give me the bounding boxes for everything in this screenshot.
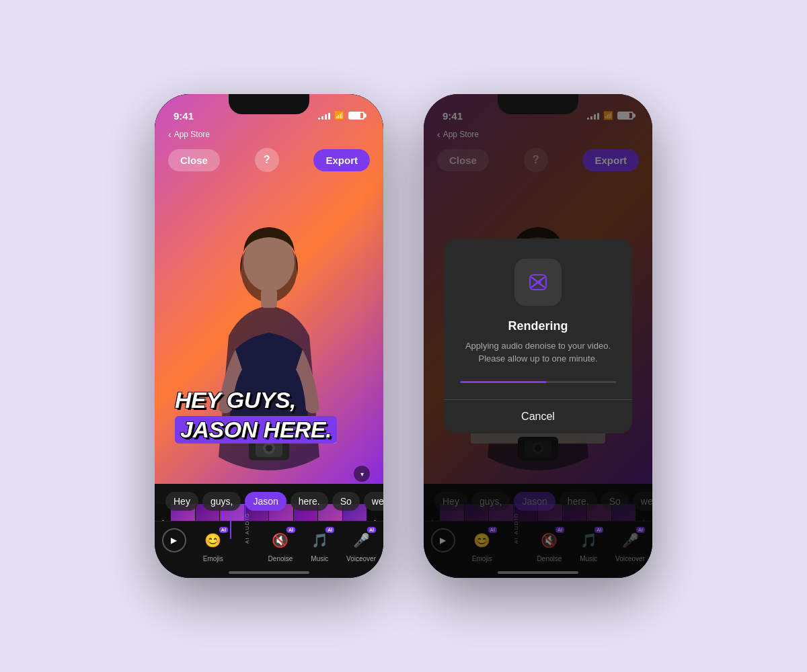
word-chip-we[interactable]: we xyxy=(364,492,383,511)
denoise-rendering-icon xyxy=(527,271,549,294)
ai-badge-denoise-left: AI xyxy=(286,527,295,533)
phone-left-screen: 9:41 📶 ‹ Ap xyxy=(155,94,383,578)
signal-icon xyxy=(318,112,330,120)
emojis-label-left: Emojis xyxy=(203,555,223,562)
music-label-left: Music xyxy=(311,555,328,562)
status-icons-left: 📶 xyxy=(318,111,364,120)
carrier-back-left[interactable]: ‹ App Store xyxy=(168,129,210,140)
denoise-icon-left: 🔇 AI xyxy=(268,528,293,552)
caption-overlay-left: HEY GUYS, JASON HERE. xyxy=(175,388,337,444)
rendering-overlay: Rendering Applying audio denoise to your… xyxy=(424,94,652,578)
ai-badge-emojis-left: AI xyxy=(219,527,228,533)
word-chip-here[interactable]: here. xyxy=(291,492,328,511)
home-indicator-left xyxy=(229,571,309,574)
voiceover-label-left: Voiceover xyxy=(346,555,376,562)
scroll-indicator-left[interactable]: ▾ xyxy=(354,466,370,482)
ai-badge-voiceover-left: AI xyxy=(367,527,376,533)
battery-icon xyxy=(348,112,364,120)
voiceover-icon-left: 🎤 AI xyxy=(349,528,373,552)
caption-line2: JASON HERE. xyxy=(175,416,337,444)
denoise-label-left: Denoise xyxy=(268,555,293,562)
toolbar-play-left[interactable]: ▶ xyxy=(162,528,186,552)
svg-rect-2 xyxy=(261,289,277,308)
word-chip-hey[interactable]: Hey xyxy=(165,492,198,511)
close-button-left[interactable]: Close xyxy=(168,149,220,171)
toolbar-voiceover-left[interactable]: 🎤 AI Voiceover xyxy=(346,528,376,562)
play-icon-left: ▶ xyxy=(162,528,186,552)
phone-right-screen: 9:41 📶 ‹ Ap xyxy=(424,94,652,578)
emojis-icon-left: 😊 AI xyxy=(201,528,225,552)
music-icon-left: 🎵 AI xyxy=(307,528,332,552)
carrier-bar-left: ‹ App Store xyxy=(155,126,383,142)
ai-badge-music-left: AI xyxy=(325,527,334,533)
play-button-left[interactable]: ▶ xyxy=(162,528,186,552)
phone-left: 9:41 📶 ‹ Ap xyxy=(155,94,383,578)
caption-line1: HEY GUYS, xyxy=(175,388,337,413)
rendering-subtitle-text: Applying audio denoise to your video.Ple… xyxy=(465,341,611,363)
toolbar-music-left[interactable]: 🎵 AI Music xyxy=(307,528,332,562)
rendering-progress-bar xyxy=(460,381,616,383)
word-chips-left: Hey guys, Jason here. So we have xyxy=(155,492,383,511)
export-button-left[interactable]: Export xyxy=(313,149,370,171)
word-chip-so[interactable]: So xyxy=(332,492,360,511)
toolbar-denoise-left[interactable]: 🔇 AI Denoise xyxy=(268,528,293,562)
bottom-toolbar-left: ▶ 😊 AI Emojis AI AUDIO xyxy=(155,521,383,578)
carrier-name-left: App Store xyxy=(174,130,210,139)
status-bar-left: 9:41 📶 xyxy=(155,102,383,129)
rendering-icon-wrap xyxy=(514,259,562,306)
scroll-down-icon[interactable]: ▾ xyxy=(354,466,370,482)
rendering-progress-fill xyxy=(460,381,546,383)
ai-audio-label-left: AI AUDIO xyxy=(243,513,249,544)
back-chevron-left: ‹ xyxy=(168,129,171,140)
rendering-title: Rendering xyxy=(508,319,568,333)
svg-point-7 xyxy=(266,445,272,452)
top-controls-left: Close ? Export xyxy=(155,148,383,172)
rendering-subtitle: Applying audio denoise to your video.Ple… xyxy=(465,340,611,364)
home-indicator-right xyxy=(498,571,578,574)
rendering-modal: Rendering Applying audio denoise to your… xyxy=(444,239,632,433)
word-chip-jason[interactable]: Jason xyxy=(245,492,286,511)
wifi-icon: 📶 xyxy=(334,111,344,120)
rendering-cancel-button[interactable]: Cancel xyxy=(444,399,632,433)
word-chip-guys[interactable]: guys, xyxy=(202,492,241,511)
help-button-left[interactable]: ? xyxy=(255,148,279,172)
time-left: 9:41 xyxy=(174,110,194,122)
phone-right: 9:41 📶 ‹ Ap xyxy=(424,94,652,578)
toolbar-emojis-left[interactable]: 😊 AI Emojis xyxy=(201,528,225,562)
